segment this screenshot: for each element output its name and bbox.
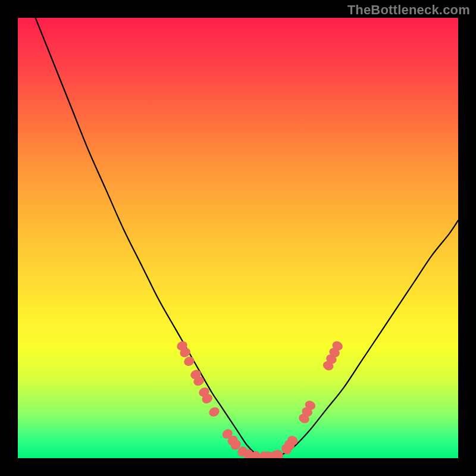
plot-area bbox=[18, 18, 458, 458]
data-marker bbox=[207, 405, 221, 418]
chart-frame: TheBottleneck.com bbox=[0, 0, 476, 476]
bottleneck-curve-svg bbox=[18, 18, 458, 458]
bottleneck-curve bbox=[36, 18, 458, 458]
data-markers bbox=[176, 340, 345, 458]
watermark-text: TheBottleneck.com bbox=[347, 2, 470, 18]
